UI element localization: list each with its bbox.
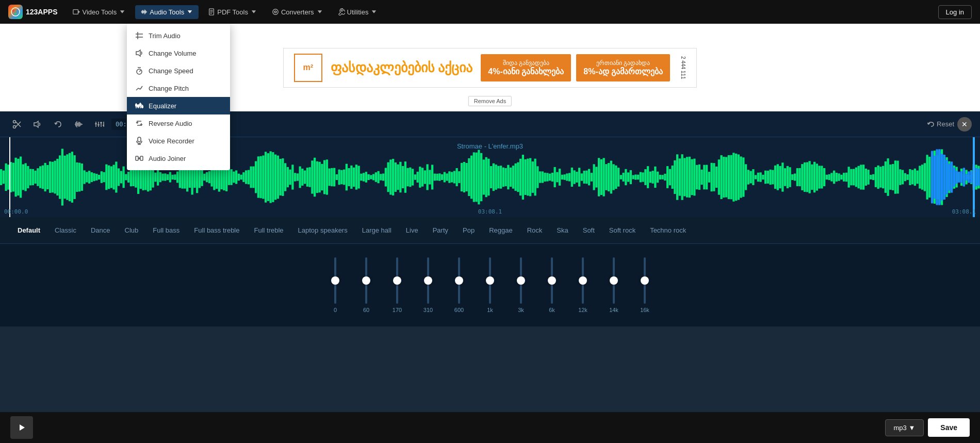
scissors-tool-button[interactable] [8,116,26,133]
slider-track-3k[interactable] [520,257,522,304]
ad-text: ფასდაკლებების აქცია [331,60,473,76]
svg-line-30 [136,88,138,90]
slider-label-310: 310 [423,307,433,313]
svg-rect-45 [140,156,143,160]
eq-tab-live[interactable]: Live [399,222,426,238]
close-button[interactable]: ✕ [957,117,972,132]
slider-label-60: 60 [363,307,369,313]
slider-track-0[interactable] [334,257,336,304]
dropdown-change-speed[interactable]: Change Speed [127,62,230,79]
dropdown-reverse-audio-label: Reverse Audio [149,120,192,127]
slider-track-310[interactable] [427,257,429,304]
equalizer-tool-button[interactable] [91,116,108,133]
svg-rect-44 [136,156,138,160]
eq-slider-14k: 14k [598,257,629,313]
logo-icon [8,5,23,19]
waveform-tool-button[interactable] [70,116,88,133]
slider-track-16k[interactable] [644,257,646,304]
eq-slider-170: 170 [382,257,413,313]
slider-track-170[interactable] [396,257,398,304]
remove-ads-button[interactable]: Remove Ads [468,96,512,106]
slider-track-6k[interactable] [551,257,553,304]
reset-label: Reset [937,120,954,128]
slider-thumb-600[interactable] [455,276,463,285]
nav-audio-tools[interactable]: Audio Tools [135,5,199,19]
eq-tab-ska[interactable]: Ska [549,222,575,238]
eq-tab-techno-rock[interactable]: Techno rock [643,222,693,238]
slider-label-14k: 14k [609,307,618,313]
play-button[interactable] [10,416,33,439]
dropdown-change-pitch[interactable]: Change Pitch [127,79,230,97]
eq-tab-dance[interactable]: Dance [84,222,118,238]
nav-converters-label: Converters [281,8,314,16]
nav-utilities[interactable]: Utilities [333,5,383,19]
nav-converters[interactable]: Converters [267,5,329,19]
dropdown-audio-joiner[interactable]: Audio Joiner [127,150,230,167]
svg-marker-19 [252,10,256,13]
volume-tool-button[interactable] [29,116,46,133]
dropdown-audio-joiner-label: Audio Joiner [149,155,186,162]
slider-thumb-12k[interactable] [579,276,587,285]
nav-pdf-tools[interactable]: PDF Tools [203,5,263,19]
eq-tab-club[interactable]: Club [118,222,146,238]
eq-tab-laptop-speakers[interactable]: Laptop speakers [291,222,355,238]
logo-text: 123APPS [26,8,57,16]
nav-video-tools[interactable]: Video Tools [68,5,131,19]
slider-track-60[interactable] [365,257,367,304]
slider-label-170: 170 [393,307,402,313]
save-button[interactable]: Save [928,418,970,437]
dropdown-change-speed-label: Change Speed [149,67,193,75]
dropdown-equalizer[interactable]: Equalizer [127,97,230,114]
eq-slider-0: 0 [320,257,351,313]
slider-thumb-310[interactable] [424,276,432,285]
eq-tab-full-bass[interactable]: Full bass [145,222,187,238]
eq-tab-party[interactable]: Party [426,222,455,238]
eq-tab-default[interactable]: Default [10,222,47,238]
dropdown-voice-recorder[interactable]: Voice Recorder [127,132,230,150]
eq-tab-full-treble[interactable]: Full treble [247,222,290,238]
eq-tab-full-bass-treble[interactable]: Full bass treble [187,222,247,238]
slider-label-16k: 16k [640,307,649,313]
dropdown-voice-recorder-label: Voice Recorder [149,137,194,145]
slider-thumb-170[interactable] [393,276,401,285]
slider-thumb-1k[interactable] [486,276,494,285]
slider-thumb-3k[interactable] [517,276,525,285]
slider-track-14k[interactable] [613,257,615,304]
undo-tool-button[interactable] [50,116,67,133]
eq-tab-soft[interactable]: Soft [576,222,602,238]
slider-track-600[interactable] [458,257,460,304]
format-selector-button[interactable]: mp3 ▼ [885,419,924,436]
eq-tab-soft-rock[interactable]: Soft rock [602,222,643,238]
svg-marker-14 [188,10,192,13]
nav-video-tools-label: Video Tools [82,8,117,16]
reset-button[interactable]: Reset [927,120,954,128]
slider-track-12k[interactable] [582,257,584,304]
waveform-time-start: 00:00.0 [4,208,28,215]
svg-point-49 [13,125,16,128]
eq-tab-classic[interactable]: Classic [47,222,84,238]
ad-logo-icon: m² [294,54,322,82]
eq-sliders-area: 0 60 170 310 [0,244,980,326]
slider-thumb-14k[interactable] [610,276,618,285]
dropdown-change-volume[interactable]: Change Volume [127,44,230,62]
slider-thumb-16k[interactable] [641,276,649,285]
slider-thumb-6k[interactable] [548,276,556,285]
waveform-time-end: 03:08.1 [952,208,976,215]
waveform-time-mid: 03:08.1 [478,208,502,215]
dropdown-trim-audio[interactable]: Trim Audio [127,27,230,44]
slider-thumb-60[interactable] [362,276,370,285]
eq-tab-large-hall[interactable]: Large hall [355,222,399,238]
eq-tab-reggae[interactable]: Reggae [482,222,520,238]
slider-label-1k: 1k [487,307,493,313]
eq-slider-60: 60 [351,257,382,313]
eq-tab-rock[interactable]: Rock [520,222,550,238]
login-button[interactable]: Log in [938,5,972,19]
dropdown-reverse-audio[interactable]: Reverse Audio [127,114,230,132]
svg-point-20 [273,9,279,15]
ad-side-text: 2 444 111 [680,56,686,79]
app-logo[interactable]: 123APPS [8,5,57,19]
eq-tab-pop[interactable]: Pop [455,222,482,238]
slider-label-3k: 3k [518,307,524,313]
slider-thumb-0[interactable] [331,276,339,285]
slider-track-1k[interactable] [489,257,491,304]
